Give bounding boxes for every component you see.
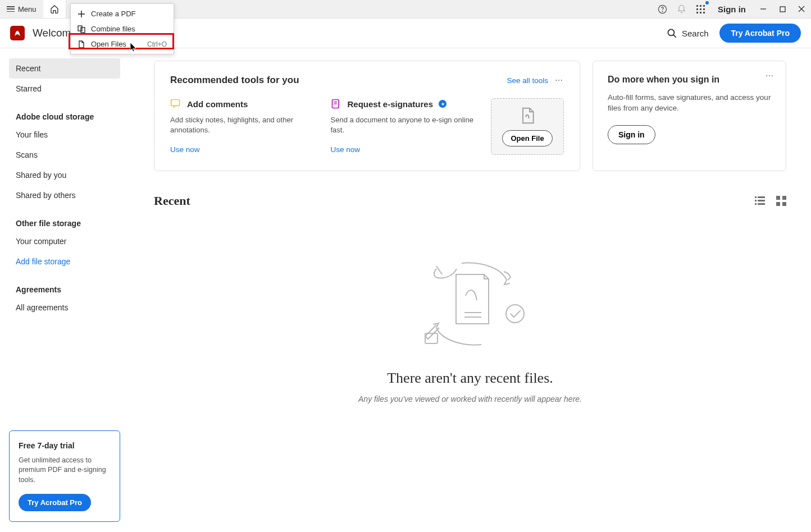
sidebar-item-recent[interactable]: Recent <box>9 58 120 79</box>
tools-card-title: Recommended tools for you <box>170 75 299 86</box>
open-file-tile[interactable]: Open File <box>491 98 564 155</box>
tool-add-comments-use[interactable]: Use now <box>170 145 314 154</box>
sidebar-item-scans[interactable]: Scans <box>9 145 120 165</box>
svg-rect-21 <box>171 100 180 106</box>
open-files-label: Open Files <box>91 40 126 48</box>
svg-rect-10 <box>703 12 705 13</box>
sidebar-item-shared-by-others[interactable]: Shared by others <box>9 185 120 205</box>
svg-rect-3 <box>700 5 701 7</box>
svg-rect-26 <box>758 200 765 201</box>
main-area: Recent Starred Adobe cloud storage Your … <box>0 48 811 532</box>
sidebar-item-your-computer[interactable]: Your computer <box>9 231 120 251</box>
trial-try-button[interactable]: Try Acrobat Pro <box>19 494 91 511</box>
sign-in-link-top[interactable]: Sign in <box>710 4 754 14</box>
svg-rect-18 <box>81 27 85 33</box>
sidebar-item-your-files[interactable]: Your files <box>9 125 120 145</box>
maximize-button[interactable] <box>773 0 792 18</box>
bell-icon <box>677 4 686 14</box>
tool-esign-use[interactable]: Use now <box>331 145 475 154</box>
svg-rect-5 <box>696 8 698 10</box>
acrobat-logo <box>10 26 25 40</box>
minimize-button[interactable] <box>754 0 773 18</box>
tool-request-esign: Request e-signatures ★ Send a document t… <box>331 98 475 155</box>
empty-subtitle: Any files you've viewed or worked with r… <box>154 395 786 403</box>
notifications-button[interactable] <box>672 0 691 18</box>
open-files-menu-item[interactable]: Open Files Ctrl+O <box>71 36 174 52</box>
signin-card-button[interactable]: Sign in <box>608 125 655 144</box>
sidebar: Recent Starred Adobe cloud storage Your … <box>0 48 129 532</box>
create-pdf-label: Create a PDF <box>91 10 135 18</box>
home-tab[interactable] <box>43 0 66 18</box>
signin-card-title: Do more when you sign in <box>608 75 771 85</box>
home-icon <box>50 4 59 13</box>
sidebar-item-all-agreements[interactable]: All agreements <box>9 297 120 318</box>
empty-recent-state: There aren't any recent files. Any files… <box>154 224 786 403</box>
window-controls: Sign in <box>653 0 811 18</box>
hamburger-icon <box>7 6 15 12</box>
trial-desc: Get unlimited access to premium PDF and … <box>19 456 111 485</box>
close-icon <box>798 6 805 12</box>
svg-rect-12 <box>780 7 785 12</box>
apps-button[interactable] <box>691 0 710 18</box>
grid-view-icon <box>776 196 786 206</box>
plus-icon <box>78 10 85 18</box>
tool-esign-desc: Send a document to anyone to e-sign onli… <box>331 115 475 135</box>
svg-line-20 <box>673 34 676 37</box>
empty-title: There aren't any recent files. <box>154 370 786 387</box>
svg-rect-29 <box>776 196 780 200</box>
svg-point-1 <box>662 11 663 11</box>
search-icon <box>667 28 677 39</box>
svg-rect-2 <box>696 5 698 7</box>
combine-icon <box>78 25 85 33</box>
list-view-button[interactable] <box>755 196 765 206</box>
empty-illustration <box>397 246 543 359</box>
pdf-file-icon <box>518 107 536 125</box>
svg-rect-9 <box>700 12 701 13</box>
combine-files-label: Combine files <box>91 25 135 33</box>
close-button[interactable] <box>792 0 811 18</box>
trial-card: Free 7-day trial Get unlimited access to… <box>9 430 120 522</box>
svg-rect-6 <box>700 8 701 10</box>
svg-rect-8 <box>696 12 698 13</box>
tool-esign-title: Request e-signatures <box>348 99 434 109</box>
open-file-button[interactable]: Open File <box>502 130 552 146</box>
signin-card: ⋯ Do more when you sign in Auto-fill for… <box>593 61 786 171</box>
list-view-icon <box>755 196 765 206</box>
tool-add-comments-desc: Add sticky notes, highlights, and other … <box>170 115 314 135</box>
apps-grid-icon <box>696 5 705 13</box>
tool-add-comments: Add comments Add sticky notes, highlight… <box>170 98 314 155</box>
cards-row: Recommended tools for you See all tools … <box>154 61 786 171</box>
svg-point-36 <box>506 305 524 323</box>
dotted-texture <box>0 0 811 2</box>
sidebar-heading-other: Other file storage <box>9 213 120 231</box>
combine-files-menu-item[interactable]: Combine files <box>71 21 174 36</box>
menu-button[interactable]: Menu <box>0 0 43 18</box>
grid-view-button[interactable] <box>776 196 786 206</box>
search-label: Search <box>682 29 709 38</box>
sidebar-heading-agreements: Agreements <box>9 279 120 297</box>
see-all-tools-link[interactable]: See all tools <box>507 76 548 85</box>
create-pdf-menu-item[interactable]: Create a PDF <box>71 6 174 21</box>
recommended-tools-card: Recommended tools for you See all tools … <box>154 61 580 171</box>
sidebar-item-starred[interactable]: Starred <box>9 79 120 99</box>
signin-card-more[interactable]: ⋯ <box>766 71 774 80</box>
svg-rect-4 <box>703 5 705 7</box>
svg-rect-23 <box>755 196 757 198</box>
help-button[interactable] <box>653 0 672 18</box>
tools-more-menu[interactable]: ⋯ <box>555 76 564 85</box>
help-icon <box>658 4 667 14</box>
svg-rect-25 <box>755 200 757 201</box>
sidebar-item-shared-by-you[interactable]: Shared by you <box>9 165 120 185</box>
tool-add-comments-title: Add comments <box>187 99 248 109</box>
recent-section-header: Recent <box>154 194 786 208</box>
open-files-shortcut: Ctrl+O <box>147 40 167 48</box>
svg-rect-31 <box>776 202 780 206</box>
svg-point-19 <box>668 29 674 35</box>
plus-dropdown-menu: Create a PDF Combine files Open Files Ct… <box>70 3 174 54</box>
search-button[interactable]: Search <box>667 28 709 39</box>
try-acrobat-pro-button[interactable]: Try Acrobat Pro <box>719 24 801 43</box>
comment-icon <box>170 98 181 109</box>
signature-icon <box>331 98 342 109</box>
sidebar-add-file-storage[interactable]: Add file storage <box>9 251 120 272</box>
svg-rect-27 <box>755 203 757 205</box>
